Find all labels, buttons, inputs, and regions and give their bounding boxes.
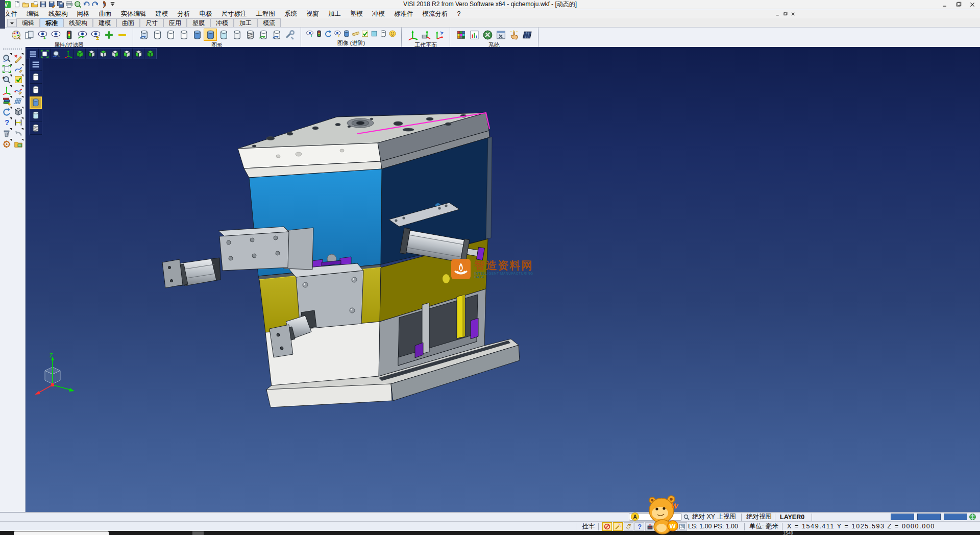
toolbar-grip[interactable] xyxy=(3,48,22,52)
strip-transparent-icon[interactable] xyxy=(30,109,42,122)
menu-item-2[interactable]: 线架构 xyxy=(44,10,72,18)
tab-模流[interactable]: 模流 xyxy=(257,18,281,27)
view-cube-bottom-icon[interactable] xyxy=(86,48,97,59)
zoom-dynamic-icon[interactable] xyxy=(51,48,62,59)
save-as-icon[interactable] xyxy=(47,1,56,9)
tab-加工[interactable]: 加工 xyxy=(234,18,257,27)
tab-线架构[interactable]: 线架构 xyxy=(63,18,93,27)
status-view-absolute[interactable]: 绝对 XY 上视图 xyxy=(692,513,736,521)
copy-attributes-icon[interactable] xyxy=(22,29,36,41)
menu-item-12[interactable]: 视窗 xyxy=(302,10,324,18)
solid-cube-icon[interactable] xyxy=(13,106,24,117)
hide-entities-icon[interactable]: − xyxy=(49,29,62,41)
flat-view-icon[interactable] xyxy=(230,29,243,41)
adv-filter-icon[interactable] xyxy=(314,29,324,39)
taskbar-search-fragment[interactable] xyxy=(14,531,109,535)
close-button[interactable] xyxy=(965,0,979,9)
confirm-box-icon[interactable] xyxy=(13,74,24,85)
toggle-disable-icon[interactable] xyxy=(602,522,612,531)
insert-image-icon[interactable] xyxy=(13,138,24,149)
adv-ruler-icon[interactable] xyxy=(351,29,360,39)
view-cube-right-icon[interactable] xyxy=(109,48,121,59)
3d-viewport[interactable]: 智造资料网 INTELLIGENT MANUFACTURING DATA Z xyxy=(26,47,980,512)
menu-item-6[interactable]: 建模 xyxy=(151,10,173,18)
context-help-icon[interactable]: ? xyxy=(1,117,12,128)
toggle-glue-icon[interactable] xyxy=(624,522,633,531)
view-axes-icon[interactable] xyxy=(62,48,74,59)
restore-button[interactable] xyxy=(951,0,965,9)
tab-建模[interactable]: 建模 xyxy=(93,18,116,27)
strip-hatched-icon[interactable] xyxy=(30,122,42,135)
status-globe-icon[interactable] xyxy=(969,513,976,521)
system-report-icon[interactable] xyxy=(468,29,481,41)
dynamic-shading-icon[interactable] xyxy=(270,29,283,41)
wireframe-view-icon[interactable] xyxy=(151,29,164,41)
adv-toggle-icon[interactable]: ± xyxy=(333,29,342,39)
adv-cyl-white-icon[interactable] xyxy=(379,29,388,39)
tab-标准[interactable]: 标准 xyxy=(40,18,63,27)
modify-attributes-icon[interactable] xyxy=(9,29,22,41)
toggle-magic-select-icon[interactable] xyxy=(613,522,623,531)
tab-编辑[interactable]: 编辑 xyxy=(16,18,40,27)
menu-item-14[interactable]: 塑模 xyxy=(346,10,368,18)
adv-cylinder-icon[interactable] xyxy=(342,29,351,39)
menu-item-16[interactable]: 标准件 xyxy=(389,10,418,18)
ime-mode-badge[interactable]: A xyxy=(631,513,639,521)
shaded-edges-view-icon[interactable] xyxy=(204,29,217,41)
status-active-layer[interactable]: LAYER0 xyxy=(780,513,804,521)
adv-box-icon[interactable] xyxy=(370,29,379,39)
menu-item-17[interactable]: 模流分析 xyxy=(418,10,453,18)
refresh-visibility-icon[interactable] xyxy=(76,29,89,41)
view-cube-left-icon[interactable] xyxy=(121,48,133,59)
tab-塑膜[interactable]: 塑膜 xyxy=(187,18,210,27)
adv-render-smiley-icon[interactable] xyxy=(388,29,397,39)
workplane-modify-icon[interactable] xyxy=(419,29,432,41)
strip-wireframe-icon[interactable] xyxy=(30,71,42,84)
layer-color-swatch-0[interactable] xyxy=(891,514,914,520)
zoom-window-icon[interactable] xyxy=(1,63,12,74)
regenerate-icon[interactable] xyxy=(1,106,12,117)
edit-curve-icon[interactable] xyxy=(13,85,24,95)
zoom-scale-icon[interactable]: ± xyxy=(1,74,12,85)
workplane-create-icon[interactable] xyxy=(406,29,419,41)
open-folder-icon[interactable] xyxy=(21,1,30,9)
zoom-select-icon[interactable] xyxy=(1,53,12,63)
view-cube-top-icon[interactable] xyxy=(97,48,109,59)
hidden-line-view-icon[interactable] xyxy=(164,29,177,41)
status-search-icon[interactable] xyxy=(683,513,690,521)
quickbar-more-icon[interactable] xyxy=(108,1,117,9)
menu-item-9[interactable]: 尺寸标注 xyxy=(217,10,252,18)
shaded-view-icon[interactable] xyxy=(190,29,204,41)
wcs-axes-icon[interactable] xyxy=(1,85,12,95)
selection-filter-icon[interactable] xyxy=(62,29,76,41)
preview-icon[interactable] xyxy=(74,1,82,9)
workplane-align-icon[interactable] xyxy=(432,29,446,41)
toggle-visibility-icon[interactable]: ± xyxy=(89,29,102,41)
menu-item-5[interactable]: 实体编辑 xyxy=(116,10,151,18)
undo-icon[interactable] xyxy=(82,1,91,9)
strip-menu-icon[interactable] xyxy=(30,58,42,71)
mdi-restore[interactable] xyxy=(781,11,789,17)
system-panel-icon[interactable] xyxy=(494,29,507,41)
save-icon[interactable] xyxy=(39,1,47,9)
entity-attributes-icon[interactable] xyxy=(1,95,12,106)
new-document-icon[interactable] xyxy=(13,1,21,9)
strip-shaded-icon[interactable] xyxy=(30,96,42,109)
menu-item-18[interactable]: ? xyxy=(453,10,465,18)
print-icon[interactable] xyxy=(65,1,74,9)
regen-shading-icon[interactable] xyxy=(257,29,270,41)
mdi-close[interactable] xyxy=(789,11,797,17)
menu-item-8[interactable]: 电极 xyxy=(195,10,217,18)
taskbar-button-fragment[interactable] xyxy=(192,531,204,535)
mdi-minimize[interactable] xyxy=(774,11,781,17)
system-settings-icon[interactable] xyxy=(481,29,494,41)
adv-confirm-icon[interactable] xyxy=(360,29,370,39)
system-matrix-icon[interactable] xyxy=(521,29,534,41)
layer-color-swatch-1[interactable] xyxy=(917,514,941,520)
menu-item-15[interactable]: 冲模 xyxy=(368,10,389,18)
tab-冲模[interactable]: 冲模 xyxy=(210,18,234,27)
hatched-view-icon[interactable] xyxy=(243,29,257,41)
work-grid-icon[interactable] xyxy=(13,95,24,106)
tab-尺寸[interactable]: 尺寸 xyxy=(140,18,163,27)
strip-hidden-line-icon[interactable] xyxy=(30,84,42,96)
